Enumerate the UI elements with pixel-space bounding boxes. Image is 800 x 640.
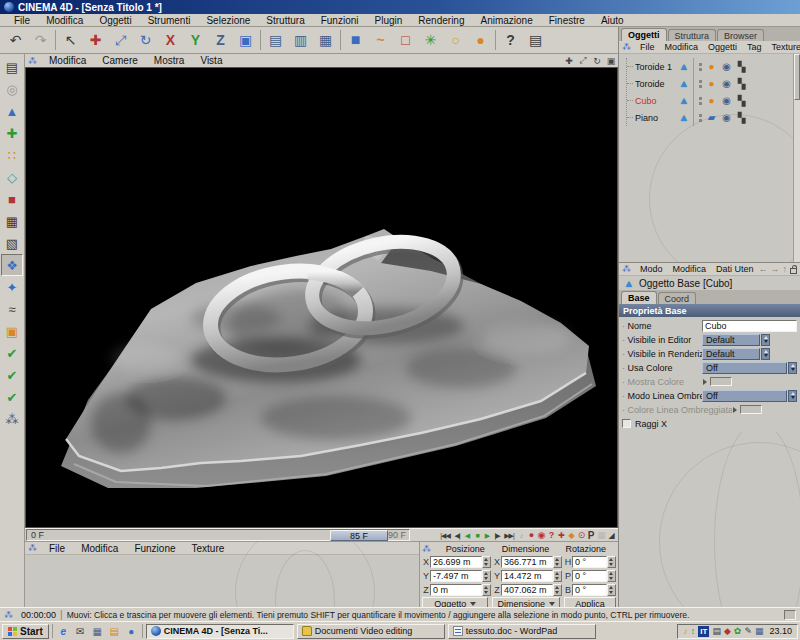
tab-browser[interactable]: Browser xyxy=(717,29,764,41)
modo-linea-dropdown[interactable]: Off xyxy=(702,390,787,402)
visibile-renderizzatore-dropdown[interactable]: Default xyxy=(702,348,760,360)
context-help-icon[interactable]: ? xyxy=(498,29,523,52)
am-menu-modo[interactable]: Modo xyxy=(635,264,668,274)
om-menu-tag[interactable]: Tag xyxy=(742,42,767,52)
polygons-mode-icon[interactable]: ■ xyxy=(1,188,23,210)
menu-file[interactable]: File xyxy=(6,15,38,26)
add-primitive-cube-icon[interactable]: ■ xyxy=(343,29,368,52)
smoothing-tag-icon[interactable]: ▚ xyxy=(734,78,749,89)
scale-tool-icon[interactable]: ⤢ xyxy=(108,29,133,52)
layout-icon[interactable]: ▤ xyxy=(1,56,23,78)
texture-mode-icon[interactable]: ▦ xyxy=(1,210,23,232)
media-player-icon[interactable]: ● xyxy=(124,624,139,638)
points-mode-icon[interactable]: ∷ xyxy=(1,144,23,166)
undo-icon[interactable]: ↶ xyxy=(3,29,28,52)
phong-tag-icon[interactable]: ● xyxy=(704,78,719,89)
render-picture-viewer-icon[interactable]: ▥ xyxy=(288,29,313,52)
snap-toggle-icon[interactable]: ✔ xyxy=(1,342,23,364)
tab-coord[interactable]: Coord xyxy=(658,292,697,304)
taskbar-task-cinema4d[interactable]: CINEMA 4D - [Senza Ti... xyxy=(146,624,294,639)
command-list-icon[interactable]: ▤ xyxy=(523,29,548,52)
sound-toggle-icon[interactable]: ♪ xyxy=(516,530,526,541)
key-rotation-icon[interactable]: ⊙ xyxy=(576,530,586,541)
key-pla-icon[interactable]: ▦ xyxy=(596,530,606,541)
object-row-toroide1[interactable]: Toroide 1 ▲ ● ◉ ▚ xyxy=(627,58,800,75)
scheduler-icon[interactable]: ▦ xyxy=(755,624,764,639)
menu-strumenti[interactable]: Strumenti xyxy=(140,15,199,26)
particles-icon[interactable]: ⁂ xyxy=(1,408,23,430)
am-menu-dati-utente[interactable]: Dati Uten xyxy=(711,264,759,274)
workplane-toggle-icon[interactable]: ✔ xyxy=(1,386,23,408)
goto-end-icon[interactable]: ▶▶| xyxy=(502,530,516,541)
start-button[interactable]: Start xyxy=(2,624,49,639)
menu-finestre[interactable]: Finestre xyxy=(541,15,593,26)
dimension-y-input[interactable]: 14.472 m xyxy=(501,570,553,582)
rotation-b-stepper[interactable] xyxy=(607,584,616,596)
object-axis-mode-icon[interactable]: ✚ xyxy=(1,122,23,144)
position-y-input[interactable]: -7.497 m xyxy=(430,570,482,582)
om-menu-file[interactable]: File xyxy=(635,42,660,52)
smoothing-tag-icon[interactable]: ▚ xyxy=(734,95,749,106)
object-type-icon[interactable]: ▲ xyxy=(677,95,691,106)
display-utility-icon[interactable]: ↕ xyxy=(691,624,696,639)
ati-tray-icon[interactable]: ◆ xyxy=(724,624,731,639)
ie-icon[interactable]: e xyxy=(56,624,71,638)
phong-tag-icon[interactable]: ● xyxy=(704,95,719,106)
mostra-colore-swatch[interactable] xyxy=(710,377,732,386)
object-row-toroide[interactable]: Toroide ▲ ● ◉ ▚ xyxy=(627,75,800,92)
make-editable-icon[interactable]: □ xyxy=(393,29,418,52)
stop-icon[interactable]: ■ xyxy=(472,530,482,541)
menu-selezione[interactable]: Selezione xyxy=(198,15,258,26)
mail-icon[interactable]: ✉ xyxy=(73,624,88,638)
position-z-input[interactable]: 0 m xyxy=(430,584,482,596)
rotation-h-input[interactable]: 0 ° xyxy=(572,556,607,568)
expand-arrow-icon[interactable] xyxy=(703,379,707,385)
rotate-view-icon[interactable]: ↻ xyxy=(590,56,604,66)
prev-frame-icon[interactable]: ◀| xyxy=(452,530,462,541)
menu-aiuto[interactable]: Aiuto xyxy=(593,15,632,26)
mm-menu-modifica[interactable]: Modifica xyxy=(73,543,126,554)
menu-plugin[interactable]: Plugin xyxy=(367,15,411,26)
render-view-icon[interactable]: ▤ xyxy=(263,29,288,52)
position-z-stepper[interactable] xyxy=(482,584,491,596)
usa-colore-dropdown[interactable]: Off xyxy=(702,362,787,374)
rotation-p-stepper[interactable] xyxy=(607,570,616,582)
taskbar-task-wordpad[interactable]: tessuto.doc - WordPad xyxy=(448,624,596,639)
printer-icon[interactable]: ▤ xyxy=(712,624,721,639)
object-name-selected[interactable]: Cubo xyxy=(635,96,677,106)
object-type-icon[interactable]: ▲ xyxy=(677,112,691,123)
position-x-input[interactable]: 26.699 m xyxy=(430,556,482,568)
object-type-icon[interactable]: ▲ xyxy=(677,78,691,89)
am-menu-modifica[interactable]: Modifica xyxy=(668,264,712,274)
position-y-stepper[interactable] xyxy=(482,570,491,582)
system-utility-icon[interactable]: ✿ xyxy=(734,624,742,639)
autokey-help-icon[interactable]: ? xyxy=(546,530,556,541)
visibility-dots-icon[interactable] xyxy=(696,97,704,105)
phong-tag-icon[interactable]: ● xyxy=(704,61,719,72)
dimension-z-input[interactable]: 407.062 m xyxy=(501,584,553,596)
quantize-toggle-icon[interactable]: ✔ xyxy=(1,364,23,386)
compositing-tag-icon[interactable]: ◉ xyxy=(719,78,734,89)
render-settings-icon[interactable]: ▦ xyxy=(313,29,338,52)
scrollbar-thumb[interactable] xyxy=(794,54,800,100)
resize-grip[interactable] xyxy=(784,610,796,620)
timeline-track[interactable]: 0 F 85 F 90 F xyxy=(26,529,410,541)
rotation-b-input[interactable]: 0 ° xyxy=(572,584,607,596)
rotation-p-input[interactable]: 0 ° xyxy=(572,570,607,582)
selection-filter-icon[interactable]: ▣ xyxy=(1,320,23,342)
key-parameter-icon[interactable]: P xyxy=(586,530,596,541)
record-objects-icon[interactable]: ◉ xyxy=(536,530,546,541)
show-desktop-icon[interactable]: ▦ xyxy=(90,624,105,638)
object-row-cubo[interactable]: Cubo ▲ ● ◉ ▚ xyxy=(627,92,800,109)
colore-linea-swatch[interactable] xyxy=(740,405,762,414)
vp-menu-mostra[interactable]: Mostra xyxy=(146,55,193,66)
vp-menu-camere[interactable]: Camere xyxy=(94,55,146,66)
tab-struttura[interactable]: Struttura xyxy=(668,29,717,41)
goto-start-icon[interactable]: |◀◀ xyxy=(438,530,452,541)
dropdown-spinner-icon[interactable] xyxy=(761,334,770,346)
z-axis-lock-icon[interactable]: Z xyxy=(208,29,233,52)
vp-menu-modifica[interactable]: Modifica xyxy=(41,55,94,66)
compositing-tag-icon[interactable]: ◉ xyxy=(719,61,734,72)
om-menu-texture[interactable]: Texture xyxy=(767,42,800,52)
menu-animazione[interactable]: Animazione xyxy=(472,15,540,26)
